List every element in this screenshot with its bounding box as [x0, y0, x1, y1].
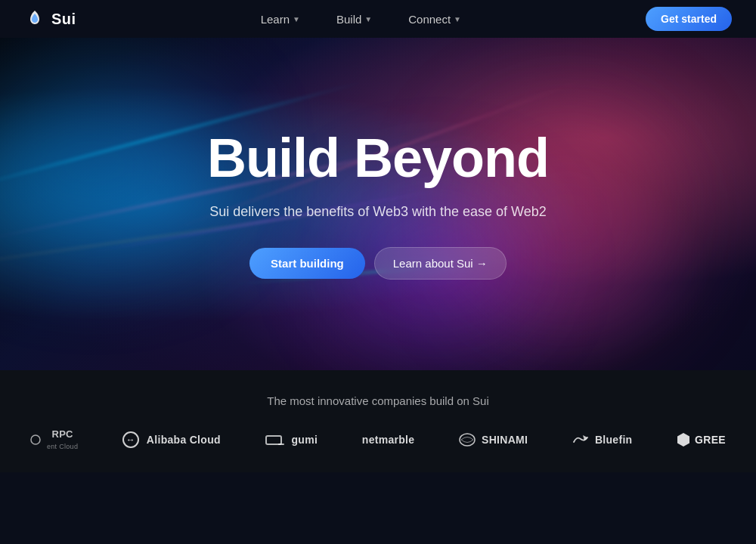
- nav-build-label: Build: [336, 13, 361, 26]
- logo-area[interactable]: Sui: [24, 8, 76, 29]
- sui-logo-icon: [24, 8, 45, 29]
- hero-section: Build Beyond Sui delivers the benefits o…: [0, 38, 756, 370]
- learn-about-sui-button[interactable]: Learn about Sui →: [374, 247, 507, 280]
- chevron-down-icon: ▼: [364, 15, 372, 23]
- navbar: Sui Learn ▼ Build ▼ Connect ▼ Get starte…: [0, 0, 756, 38]
- hero-title: Build Beyond: [207, 128, 549, 188]
- chevron-down-icon: ▼: [454, 15, 461, 23]
- partner-netmarble-label: netmarble: [362, 434, 415, 446]
- partner-bluefin: Bluefin: [572, 433, 633, 447]
- hero-content: Build Beyond Sui delivers the benefits o…: [192, 128, 564, 279]
- svg-marker-2: [677, 433, 689, 447]
- partner-alibaba-cloud: ↔ Alibaba Cloud: [122, 431, 221, 448]
- logo-text: Sui: [51, 11, 76, 28]
- svg-point-0: [31, 435, 40, 444]
- partner-gree-text: GREE: [695, 434, 726, 446]
- partner-gree-label: GREE: [695, 434, 726, 446]
- nav-links: Learn ▼ Build ▼ Connect ▼: [255, 10, 467, 29]
- nav-build[interactable]: Build ▼: [330, 10, 378, 29]
- partner-rpc-label: RPCent Cloud: [47, 428, 78, 451]
- shinami-icon: [459, 433, 476, 447]
- partner-shinami: SHINAMI: [459, 433, 528, 447]
- partner-gree: GREE: [677, 432, 726, 447]
- alibaba-bracket-icon: ↔: [122, 431, 139, 448]
- nav-learn-label: Learn: [261, 13, 290, 26]
- nav-connect-label: Connect: [408, 13, 451, 26]
- partner-gumi: gumi: [265, 434, 318, 446]
- bluefin-icon: [572, 433, 589, 447]
- gumi-box-icon: [265, 435, 282, 445]
- nav-connect[interactable]: Connect ▼: [402, 10, 467, 29]
- gree-hex-icon: [677, 432, 690, 447]
- get-started-button[interactable]: Get started: [646, 7, 732, 31]
- chevron-down-icon: ▼: [293, 15, 300, 23]
- partner-bluefin-label: Bluefin: [595, 434, 633, 446]
- rpc-icon: [30, 434, 41, 445]
- partner-gumi-label: gumi: [292, 434, 318, 446]
- nav-learn[interactable]: Learn ▼: [255, 10, 306, 29]
- partners-title: The most innovative companies build on S…: [30, 394, 726, 407]
- partner-alibaba-label: Alibaba Cloud: [147, 434, 221, 446]
- start-building-button[interactable]: Start building: [249, 248, 365, 279]
- partners-logos: RPCent Cloud ↔ Alibaba Cloud gumi netmar…: [30, 428, 726, 451]
- partners-section: The most innovative companies build on S…: [0, 370, 756, 472]
- partner-rpc: RPCent Cloud: [30, 428, 78, 451]
- partner-netmarble: netmarble: [362, 434, 415, 446]
- partner-shinami-label: SHINAMI: [482, 434, 528, 446]
- hero-subtitle: Sui delivers the benefits of Web3 with t…: [207, 204, 549, 220]
- hero-buttons: Start building Learn about Sui →: [207, 247, 549, 280]
- svg-point-1: [460, 434, 475, 446]
